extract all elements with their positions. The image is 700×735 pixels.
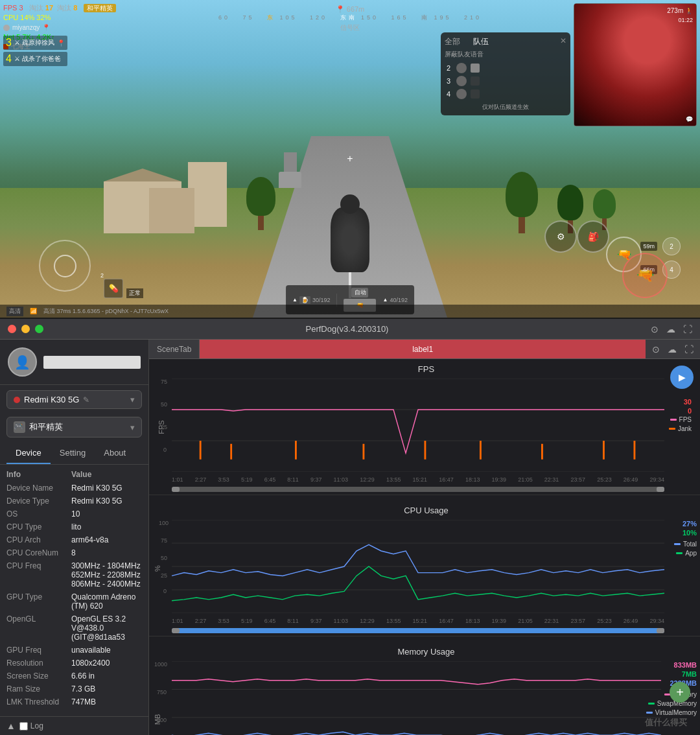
cpu-value-app: 10% <box>682 529 697 537</box>
info-value: 747MB <box>71 697 142 706</box>
info-row: Ram Size7.3 GB <box>0 682 148 695</box>
info-row: CPU Typelito <box>0 520 148 533</box>
cpu-chart-area <box>172 520 664 613</box>
fire-button[interactable]: 🔫 <box>622 253 668 298</box>
info-row: CPU Archarm64-v8a <box>0 533 148 546</box>
log-check-input[interactable] <box>19 722 28 730</box>
memory-chart: Memory Usage MB <box>149 642 700 735</box>
info-key: CPU Arch <box>6 535 71 544</box>
info-key: Ram Size <box>6 684 71 694</box>
game-area: FPS 3 淘汰 17 淘汰 8 和平精英 CPU 14% 32% miyanz… <box>0 0 700 318</box>
character <box>331 207 369 272</box>
info-row: LMK Threshold747MB <box>0 695 148 708</box>
cpu-value-total: 27% <box>682 520 697 528</box>
scrollbar-handle-right[interactable] <box>657 487 664 492</box>
cpu-x-labels: 1:01 2:27 3:53 5:19 6:45 8:11 9:37 11:03… <box>172 618 664 624</box>
scrollbar-thumb[interactable] <box>172 487 664 492</box>
device-selector[interactable]: Redmi K30 5G ✎ ▾ <box>6 390 142 409</box>
game-selector[interactable]: 🎮 和平精英 ▾ <box>6 417 142 438</box>
perfdog-window: PerfDog(v3.4.200310) ⊙ ☁ ⛶ 👤 Redmi K30 5… <box>0 319 700 735</box>
titlebar-icons: ⊙ ☁ ⛶ <box>651 324 692 334</box>
location-icon[interactable]: ⊙ <box>652 344 660 355</box>
tree <box>246 177 275 230</box>
info-key: Device Type <box>6 496 71 506</box>
game-name: 和平精英 <box>29 421 63 433</box>
log-checkbox[interactable]: Log <box>19 721 43 730</box>
status-normal: 正常 <box>126 288 143 298</box>
info-table: Info Value Device NameRedmi K30 5GDevice… <box>0 465 148 716</box>
scrollbar-handle-right[interactable] <box>657 628 664 633</box>
scroll-up-button[interactable]: ▲ <box>6 721 16 731</box>
team-panel: 全部 队伍 ✕ 屏蔽队友语音 2 3 4 仅对队伍频道生效 <box>441 32 570 115</box>
cpu-display: CPU 14% 32% <box>3 13 116 23</box>
mem-legend-virtual: VirtualMemory <box>646 709 697 716</box>
scrollbar-thumb[interactable] <box>172 628 664 633</box>
fps-legend-jank: Jank <box>669 425 692 432</box>
info-key: Resolution <box>6 659 71 668</box>
cpu-y-25: 25 <box>161 572 167 579</box>
charts-area: ▶ FPS FPS <box>149 359 700 735</box>
cpu-legend-total: Total <box>674 541 697 548</box>
info-key: LMK Threshold <box>6 697 71 706</box>
fps-y-50: 50 <box>161 401 167 408</box>
cloud-upload-icon[interactable]: ☁ <box>668 344 677 355</box>
fps-legend-fps: FPS <box>670 416 692 423</box>
info-value: OpenGL ES 3.2 V@438.0 (GIT@8d1aa53 <box>71 614 142 642</box>
device-status-dot <box>14 397 20 403</box>
info-value: unavailable <box>71 646 142 655</box>
info-value: 300MHz - 1804MHz 652MHz - 2208MHz 806MHz… <box>71 561 142 589</box>
svg-rect-10 <box>541 444 543 460</box>
info-value: lito <box>71 522 142 531</box>
scrollbar-handle-left[interactable] <box>172 487 180 492</box>
cpu-y-axis-label: % <box>154 565 161 572</box>
location-icon[interactable]: ⊙ <box>651 324 659 334</box>
cpu-chart-title: CPU Usage <box>185 506 668 515</box>
info-value: Qualcomm Adreno (TM) 620 <box>71 592 142 611</box>
info-row: CPU CoreNum8 <box>0 546 148 559</box>
water-tower <box>279 152 301 188</box>
mem-value-swap: 7MB <box>682 670 697 678</box>
fullscreen-icon[interactable]: ⛶ <box>683 324 692 334</box>
add-chart-button[interactable]: + <box>670 682 690 703</box>
minimize-button[interactable] <box>21 325 30 333</box>
scrollbar-handle-left[interactable] <box>172 628 180 633</box>
joystick-left[interactable] <box>39 240 91 292</box>
window-title: PerfDog(v3.4.200310) <box>49 324 646 334</box>
fps-scrollbar[interactable] <box>172 484 664 492</box>
maximize-icon[interactable]: ⛶ <box>684 344 694 355</box>
memory-chart-title: Memory Usage <box>185 647 668 657</box>
fps-display: FPS 3 <box>3 4 23 12</box>
cpu-chart: CPU Usage % <box>149 500 700 636</box>
tab-setting[interactable]: Setting <box>51 443 95 464</box>
scene-tab-content[interactable]: label1 <box>200 340 646 358</box>
info-value: 7.3 GB <box>71 684 142 694</box>
tab-about[interactable]: About <box>95 443 135 464</box>
fps-chart-title: FPS <box>185 364 668 374</box>
mem-legend-swap: SwapMemory <box>648 700 697 707</box>
maximize-button[interactable] <box>35 325 43 333</box>
crosshair: + <box>347 153 353 165</box>
info-row: OpenGLOpenGL ES 3.2 V@438.0 (GIT@8d1aa53 <box>0 612 148 644</box>
cloud-icon[interactable]: ☁ <box>666 324 675 334</box>
cpu-scrollbar[interactable] <box>172 625 664 633</box>
avatar: 👤 <box>8 347 37 377</box>
svg-rect-4 <box>200 441 202 460</box>
info-key: CPU Freq <box>6 561 71 570</box>
tab-device[interactable]: Device <box>6 443 51 464</box>
bag-action[interactable]: 🎒 <box>577 220 609 253</box>
fps-chart-area <box>172 379 664 472</box>
status-bar: 高清 📶 高清 37ms 1.5.6.6365 - pDQNhX - AJT7c… <box>0 305 700 318</box>
scene-tab-actions: ⊙ ☁ ⛶ <box>646 340 700 358</box>
profile-info <box>43 356 141 369</box>
close-button[interactable] <box>8 325 16 333</box>
gear-actions[interactable]: ⚙ <box>544 220 577 253</box>
svg-rect-6 <box>295 441 297 460</box>
info-key: CPU Type <box>6 522 71 531</box>
svg-rect-8 <box>425 441 426 460</box>
fps-x-labels: 1:01 2:27 3:53 5:19 6:45 8:11 9:37 11:03… <box>172 476 664 483</box>
fps-y-75: 75 <box>161 379 167 385</box>
info-row: GPU Frequnavailable <box>0 644 148 657</box>
edit-icon[interactable]: ✎ <box>83 395 89 404</box>
fps-y-25: 25 <box>161 424 167 430</box>
info-key: OpenGL <box>6 614 71 624</box>
